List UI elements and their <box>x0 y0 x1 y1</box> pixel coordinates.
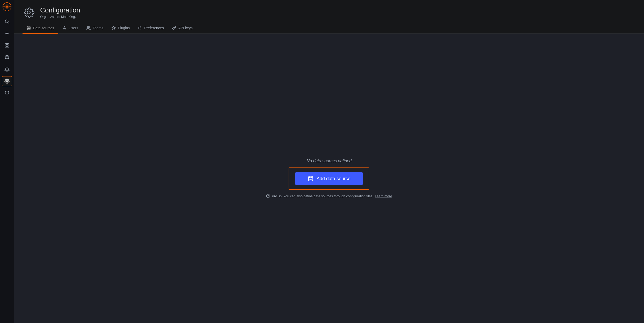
api-keys-icon <box>172 26 176 30</box>
content-area: No data sources defined Add data source <box>14 34 644 323</box>
page-title: Configuration <box>40 6 80 14</box>
svg-point-14 <box>27 11 30 14</box>
empty-state-text: No data sources defined <box>307 159 352 163</box>
tab-plugins[interactable]: Plugins <box>107 23 134 34</box>
svg-point-2 <box>5 20 8 23</box>
empty-state: No data sources defined Add data source <box>266 159 392 198</box>
app-logo[interactable] <box>2 2 12 11</box>
preferences-icon <box>138 26 142 30</box>
svg-point-15 <box>27 26 30 27</box>
learn-more-link[interactable]: Learn more <box>375 194 392 198</box>
sidebar-item-alerting[interactable] <box>2 64 12 74</box>
protip-text: ProTip: You can also define data sources… <box>272 194 373 198</box>
teams-icon <box>86 26 91 30</box>
svg-rect-7 <box>8 44 9 45</box>
sidebar-item-search[interactable] <box>2 16 12 27</box>
tab-preferences[interactable]: Preferences <box>134 23 168 34</box>
svg-rect-9 <box>8 46 9 47</box>
svg-point-24 <box>309 176 313 178</box>
tab-users[interactable]: Users <box>58 23 82 34</box>
add-database-icon <box>308 176 313 181</box>
database-icon <box>27 26 31 30</box>
svg-point-17 <box>87 26 89 28</box>
protip-icon <box>266 194 270 198</box>
plugins-icon <box>112 26 116 30</box>
tab-users-label: Users <box>69 26 78 30</box>
sidebar-item-shield[interactable] <box>2 88 12 98</box>
page-subtitle: Organization: Main Org. <box>40 15 80 19</box>
main-content: Configuration Organization: Main Org. Da… <box>14 0 644 323</box>
sidebar-item-add[interactable] <box>2 28 12 39</box>
svg-point-13 <box>6 81 8 82</box>
user-icon <box>62 26 67 30</box>
tab-teams[interactable]: Teams <box>82 23 107 34</box>
svg-rect-8 <box>5 46 7 47</box>
sidebar-item-configuration[interactable] <box>2 76 12 86</box>
tab-teams-label: Teams <box>93 26 103 30</box>
sidebar-item-dashboards[interactable] <box>2 40 12 51</box>
add-data-source-label: Add data source <box>317 176 350 181</box>
page-header: Configuration Organization: Main Org. <box>14 0 644 19</box>
protip: ProTip: You can also define data sources… <box>266 194 392 198</box>
tabs-nav: Data sources Users Teams Plug <box>14 23 644 34</box>
page-header-text: Configuration Organization: Main Org. <box>40 6 80 19</box>
tab-data-sources-label: Data sources <box>33 26 54 30</box>
svg-rect-6 <box>5 44 7 45</box>
tab-data-sources[interactable]: Data sources <box>23 23 58 34</box>
tab-api-keys-label: API keys <box>178 26 193 30</box>
add-data-source-button[interactable]: Add data source <box>295 172 363 185</box>
svg-point-1 <box>6 6 8 8</box>
svg-line-3 <box>8 23 9 24</box>
sidebar <box>0 0 14 323</box>
tab-preferences-label: Preferences <box>144 26 164 30</box>
svg-point-16 <box>64 26 65 28</box>
configuration-icon <box>23 6 35 19</box>
svg-point-21 <box>138 28 139 29</box>
sidebar-item-explore[interactable] <box>2 52 12 62</box>
tab-api-keys[interactable]: API keys <box>168 23 197 34</box>
tab-plugins-label: Plugins <box>118 26 130 30</box>
add-datasource-wrapper: Add data source <box>289 167 369 190</box>
